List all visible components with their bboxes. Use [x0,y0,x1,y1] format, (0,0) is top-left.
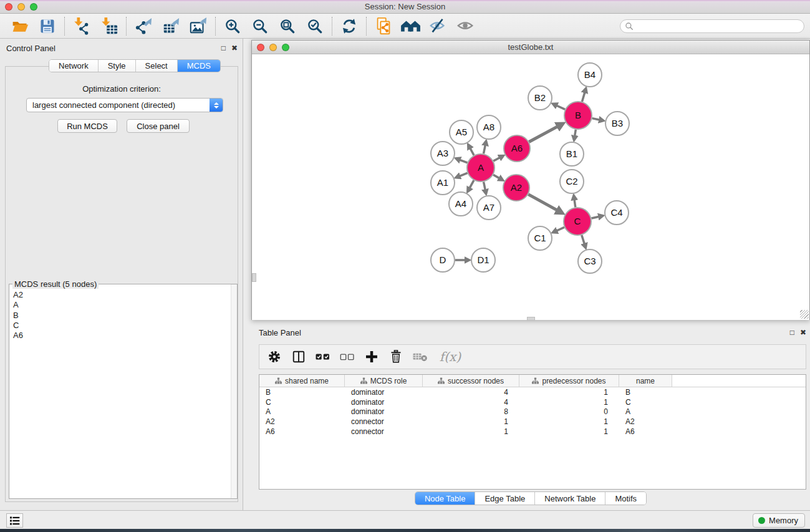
chevron-down-icon [214,106,219,109]
clone-network-button[interactable] [370,15,397,37]
clone-network-icon [374,17,393,36]
graph-node-B4[interactable]: B4 [578,63,602,87]
table-settings-button[interactable] [265,347,284,367]
graph-edge-A-A3 [460,160,468,163]
run-mcds-button[interactable]: Run MCDS [57,119,117,133]
network-canvas[interactable]: B4B2BB3A8A5A6A3B1AC2A1A2A4A7C4CC1DD1C3 [252,54,809,320]
optimization-criterion-select[interactable]: largest connected component (directed) [26,98,223,112]
graph-node-C3[interactable]: C3 [578,249,602,273]
task-history-button[interactable] [6,513,23,528]
import-table-icon [100,17,118,36]
column-header-shared-name[interactable]: shared name [259,375,345,387]
tab-node-table[interactable]: Node Table [415,492,476,505]
tab-network[interactable]: Network [49,60,99,72]
close-panel-button[interactable]: Close panel [127,119,190,133]
column-selector-button[interactable] [289,347,308,367]
close-panel-icon[interactable]: ✖ [231,44,238,52]
hide-selected-button[interactable] [425,15,452,37]
eye-icon [456,17,475,36]
graph-node-C1[interactable]: C1 [528,226,552,250]
save-session-button[interactable] [34,15,61,37]
toolbar-separator [126,17,127,36]
add-column-button[interactable] [362,347,381,367]
table-row[interactable]: B dominator 4 1 B [259,387,806,397]
float-panel-icon[interactable]: □ [221,44,226,52]
graph-node-C4[interactable]: C4 [605,201,629,225]
graph-node-A3[interactable]: A3 [431,142,455,165]
result-item: A6 [13,331,237,341]
export-network-button[interactable] [130,15,157,37]
svg-text:A6: A6 [511,143,523,153]
graph-node-A2[interactable]: A2 [503,175,529,201]
cell-successor-nodes: 8 [423,407,519,416]
graph-node-A5[interactable]: A5 [450,120,473,144]
float-table-panel-icon[interactable]: □ [790,328,794,337]
graph-node-B[interactable]: B [564,102,592,129]
tab-edge-table[interactable]: Edge Table [475,492,535,505]
graph-node-C2[interactable]: C2 [560,170,584,193]
zoom-out-button[interactable] [246,15,274,37]
graph-node-D1[interactable]: D1 [471,248,495,272]
graph-node-A8[interactable]: A8 [477,115,501,139]
delete-column-button[interactable] [387,347,405,367]
plus-icon [364,349,379,364]
svg-text:A8: A8 [483,122,494,132]
graph-node-A6[interactable]: A6 [504,135,530,162]
tab-select[interactable]: Select [136,60,178,72]
tab-mcds[interactable]: MCDS [178,60,220,72]
tab-motifs[interactable]: Motifs [605,492,646,505]
svg-text:A: A [478,162,484,173]
network-vertical-scroll-thumb[interactable] [252,273,256,282]
table-row[interactable]: A dominator 8 0 A [259,407,806,417]
graph-node-B2[interactable]: B2 [528,86,552,110]
deselect-all-button[interactable] [338,347,357,367]
tab-network-table[interactable]: Network Table [535,492,605,505]
mcds-result-list[interactable]: A2 A B C A6 [9,284,237,498]
network-horizontal-scroll-thumb[interactable] [527,317,535,321]
graph-node-B3[interactable]: B3 [605,112,629,135]
column-header-mcds-role[interactable]: MCDS role [345,375,423,387]
window-title: Session: New Session [0,2,810,11]
graph-node-D[interactable]: D [431,248,455,272]
memory-button[interactable]: Memory [753,513,805,528]
close-table-panel-icon[interactable]: ✖ [800,328,806,337]
table-toolbar: f(x) [259,344,806,369]
graph-node-A1[interactable]: A1 [431,171,455,195]
network-graph[interactable]: B4B2BB3A8A5A6A3B1AC2A1A2A4A7C4CC1DD1C3 [252,54,809,320]
column-header-predecessor-nodes[interactable]: predecessor nodes [519,375,619,387]
import-table-button[interactable] [95,15,123,37]
eye-slash-icon [429,17,448,36]
window-resize-grip[interactable] [800,310,809,319]
graph-node-C[interactable]: C [564,208,591,235]
zoom-fit-button[interactable] [274,15,301,37]
graph-node-A[interactable]: A [467,154,494,181]
result-list-scrollbar[interactable] [231,284,237,498]
tab-style[interactable]: Style [99,60,136,72]
search-field[interactable] [620,19,804,33]
column-header-name[interactable]: name [619,375,672,387]
search-input[interactable] [634,21,804,32]
column-type-icon [360,377,367,384]
export-image-button[interactable] [185,15,212,37]
function-builder-button: f(x) [435,347,465,367]
graph-node-A4[interactable]: A4 [449,192,473,216]
column-header-successor-nodes[interactable]: successor nodes [423,375,519,387]
import-network-button[interactable] [68,15,95,37]
export-network-icon [134,17,153,36]
show-selected-button[interactable] [452,15,480,37]
application-window: Session: New Session [0,0,810,532]
open-session-button[interactable] [6,15,34,37]
table-panel-title: Table Panel [259,328,301,337]
table-row[interactable]: A6 connector 1 1 A6 [259,427,806,437]
graph-node-B1[interactable]: B1 [560,142,584,166]
zoom-selected-button[interactable] [301,15,329,37]
show-all-hide-all-button[interactable] [397,15,425,37]
graph-node-A7[interactable]: A7 [477,196,501,220]
table-row[interactable]: C dominator 4 1 C [259,397,806,407]
zoom-in-button[interactable] [219,15,246,37]
table-row[interactable]: A2 connector 1 1 A2 [259,417,806,427]
export-table-button[interactable] [157,15,185,37]
refresh-view-button[interactable] [335,15,363,37]
cell-predecessor-nodes: 0 [519,407,619,416]
select-all-button[interactable] [314,347,332,367]
